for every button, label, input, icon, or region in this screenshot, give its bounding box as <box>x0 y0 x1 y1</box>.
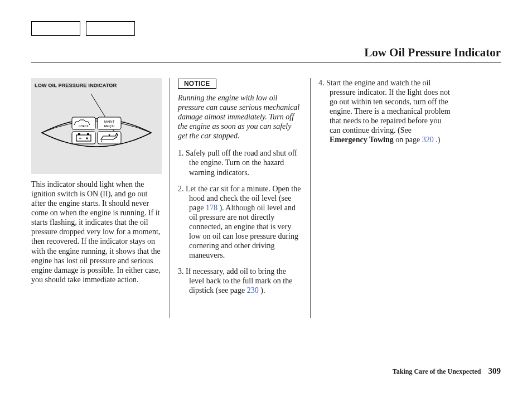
page-number: 309 <box>489 366 501 375</box>
step-4-text-b: on page <box>394 136 422 144</box>
step-1: 1. Safely pull off the road and shut off… <box>178 148 302 177</box>
notice-label: NOTICE <box>178 79 216 89</box>
title-rule <box>31 62 501 62</box>
step-3-text-b: ). <box>259 286 265 294</box>
svg-text:MAINT: MAINT <box>104 120 115 123</box>
page-ref-320[interactable]: 320 <box>422 136 434 144</box>
svg-text:REQ'D: REQ'D <box>104 124 115 128</box>
svg-rect-9 <box>87 133 89 135</box>
step-2: 2. Let the car sit for a minute. Open th… <box>178 184 302 260</box>
page-ref-230[interactable]: 230 <box>247 286 259 294</box>
step-3: 3. If necessary, add oil to bring the le… <box>178 267 302 295</box>
svg-rect-8 <box>78 133 80 135</box>
step-4: 4. Start the engine and watch the oil pr… <box>318 78 451 145</box>
indicator-description: This indicator should light when the ign… <box>31 180 162 284</box>
step-4-text-a: 4. Start the engine and watch the oil pr… <box>318 79 451 134</box>
manual-page: Low Oil Pressure Indicator LOW OIL PRESS… <box>0 0 532 396</box>
page-footer: Taking Care of the Unexpected 309 <box>393 366 501 376</box>
step-3-text-a: 3. If necessary, add oil to bring the le… <box>178 267 292 294</box>
figure-caption: LOW OIL PRESSURE INDICATOR <box>35 83 158 88</box>
nav-box-1 <box>31 21 80 36</box>
svg-text:CHECK: CHECK <box>79 124 89 128</box>
svg-rect-13 <box>98 132 121 144</box>
header-nav-boxes <box>31 21 501 36</box>
page-ref-178[interactable]: 178 <box>206 204 217 212</box>
svg-rect-6 <box>72 132 95 144</box>
section-name: Taking Care of the Unexpected <box>393 368 481 375</box>
step-4-text-c: .) <box>434 136 441 144</box>
svg-line-0 <box>91 94 118 137</box>
indicator-figure: LOW OIL PRESSURE INDICATOR CHECK MAINT R… <box>31 78 162 174</box>
svg-point-14 <box>101 141 102 142</box>
notice-text: Running the engine with low oil pressure… <box>178 93 302 141</box>
emergency-towing-ref: Emergency Towing <box>330 136 394 144</box>
nav-box-2 <box>86 21 135 36</box>
page-title: Low Oil Pressure Indicator <box>364 46 501 60</box>
dashboard-cluster-illustration: CHECK MAINT REQ'D <box>35 94 158 166</box>
